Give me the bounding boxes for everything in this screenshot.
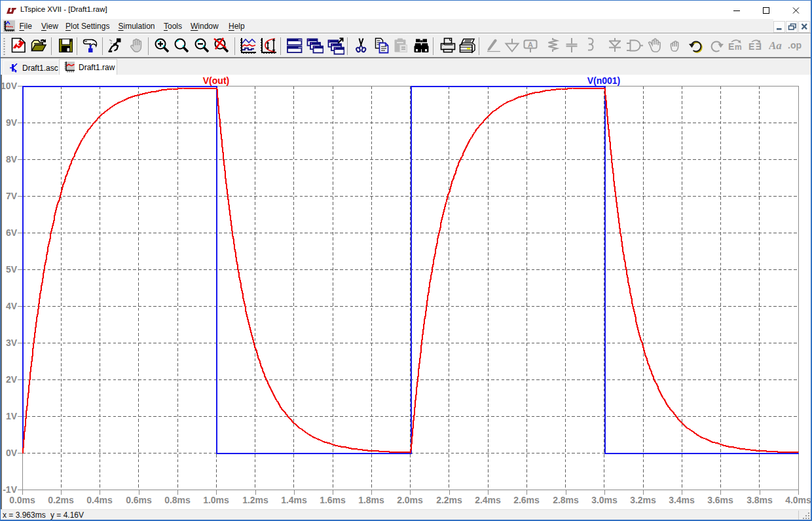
svg-text:A: A bbox=[528, 41, 533, 48]
svg-text:2.4ms: 2.4ms bbox=[475, 495, 501, 505]
svg-text:E: E bbox=[728, 41, 734, 52]
svg-text:0.2ms: 0.2ms bbox=[48, 495, 74, 505]
svg-text:2.6ms: 2.6ms bbox=[513, 495, 540, 505]
svg-text:3.6ms: 3.6ms bbox=[707, 495, 733, 505]
svg-text:V(n001): V(n001) bbox=[587, 75, 621, 86]
svg-text:2.8ms: 2.8ms bbox=[553, 495, 579, 505]
svg-text:9V: 9V bbox=[6, 117, 18, 128]
svg-text:V(out): V(out) bbox=[203, 75, 229, 86]
svg-text:1.6ms: 1.6ms bbox=[320, 495, 346, 505]
svg-text:5V: 5V bbox=[6, 264, 18, 275]
svg-text:2.0ms: 2.0ms bbox=[397, 495, 423, 505]
svg-text:4.0ms: 4.0ms bbox=[785, 495, 811, 505]
svg-text:0.8ms: 0.8ms bbox=[164, 495, 191, 505]
svg-text:10V: 10V bbox=[1, 81, 18, 91]
svg-text:1.8ms: 1.8ms bbox=[358, 495, 384, 505]
svg-text:0.4ms: 0.4ms bbox=[86, 495, 113, 505]
svg-text:-1V: -1V bbox=[3, 484, 17, 495]
svg-text:8V: 8V bbox=[6, 154, 18, 164]
svg-text:m: m bbox=[735, 43, 742, 52]
svg-text:E: E bbox=[748, 41, 754, 52]
svg-text:2.2ms: 2.2ms bbox=[436, 495, 462, 505]
svg-text:1.4ms: 1.4ms bbox=[281, 495, 307, 505]
svg-text:Aa: Aa bbox=[769, 39, 782, 52]
svg-text:3.0ms: 3.0ms bbox=[591, 495, 618, 505]
svg-text:3.4ms: 3.4ms bbox=[669, 495, 695, 505]
svg-text:1V: 1V bbox=[6, 411, 18, 421]
svg-text:4V: 4V bbox=[6, 301, 18, 311]
svg-text:7V: 7V bbox=[6, 191, 18, 201]
svg-text:3V: 3V bbox=[6, 338, 18, 348]
svg-text:3.2ms: 3.2ms bbox=[630, 495, 656, 505]
svg-text:1.0ms: 1.0ms bbox=[203, 495, 229, 505]
svg-text:2V: 2V bbox=[6, 374, 18, 385]
svg-text:.op: .op bbox=[788, 40, 802, 50]
svg-text:0V: 0V bbox=[6, 448, 18, 458]
svg-text:6V: 6V bbox=[6, 227, 18, 238]
svg-text:0.0ms: 0.0ms bbox=[9, 495, 35, 505]
svg-text:3.8ms: 3.8ms bbox=[747, 495, 773, 505]
svg-text:0.6ms: 0.6ms bbox=[126, 495, 152, 505]
svg-text:1.2ms: 1.2ms bbox=[242, 495, 268, 505]
